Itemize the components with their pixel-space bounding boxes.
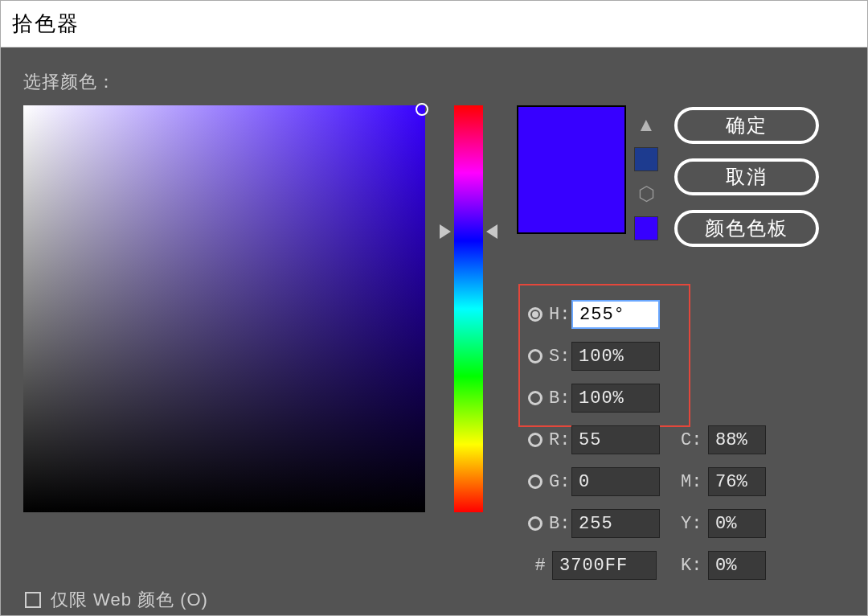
label-g: G: [549,472,571,492]
web-only-checkbox[interactable] [25,592,41,608]
radio-bb[interactable] [528,516,542,531]
gamut-safe-swatch[interactable] [634,147,658,171]
dialog-body: 选择颜色： ▲ ⬡ 确定 取消 颜色色板 [1,47,867,615]
input-h[interactable] [571,300,660,329]
input-c[interactable] [708,425,766,454]
label-c: C: [681,430,708,450]
new-color-swatch [517,105,626,234]
gamut-warning-icon[interactable]: ▲ [637,113,656,136]
hue-gradient [454,105,483,512]
input-hex[interactable] [552,551,657,580]
cancel-button[interactable]: 取消 [674,158,819,195]
hue-slider[interactable] [454,105,483,512]
ok-button[interactable]: 确定 [674,107,819,144]
websafe-warning-icon[interactable]: ⬡ [638,183,655,205]
label-r: R: [549,430,571,450]
web-only-row: 仅限 Web 颜色 (O) [25,588,208,612]
titlebar: 拾色器 [1,1,867,47]
window-title: 拾色器 [12,10,80,38]
hue-arrow-right-icon [486,224,497,239]
label-s: S: [549,347,571,367]
label-m: M: [681,472,708,492]
input-m[interactable] [708,467,766,496]
input-r[interactable] [571,425,660,454]
web-only-label: 仅限 Web 颜色 (O) [51,588,208,612]
color-picker-window: 拾色器 选择颜色： ▲ ⬡ 确定 取消 [0,0,868,616]
label-k: K: [681,556,708,576]
radio-s[interactable] [528,349,542,363]
hsb-fields: H: S: B: [528,298,660,424]
input-bb[interactable] [571,509,660,538]
input-g[interactable] [571,467,660,496]
rgb-fields: R: G: B: # [528,424,660,581]
label-b: B: [549,388,571,409]
label-bb: B: [549,514,571,534]
swatches-button[interactable]: 颜色色板 [674,210,819,247]
label-hex: # [528,556,552,576]
saturation-value-field[interactable] [23,105,425,512]
sv-cursor-icon [416,103,428,116]
input-k[interactable] [708,551,766,580]
input-y[interactable] [708,509,766,538]
input-s[interactable] [571,342,660,371]
radio-r[interactable] [528,433,542,447]
hue-arrow-left-icon [440,224,451,239]
websafe-swatch[interactable] [634,216,658,240]
label-y: Y: [681,514,708,534]
radio-h[interactable] [528,307,542,322]
cmyk-fields: C: M: Y: K: [681,424,766,591]
radio-g[interactable] [528,474,542,489]
radio-b[interactable] [528,391,542,405]
select-color-label: 选择颜色： [23,70,851,94]
label-h: H: [549,305,571,325]
input-b[interactable] [571,384,660,413]
